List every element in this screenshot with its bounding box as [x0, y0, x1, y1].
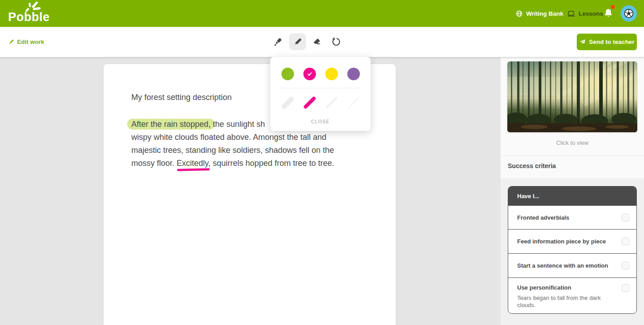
laptop-icon [567, 9, 575, 18]
sidebar-divider [501, 155, 644, 156]
green-highlight-annotation: After the rain stopped, [127, 119, 215, 130]
checklist-checkbox[interactable] [622, 238, 629, 245]
sidebar: Click to view Success criteria Have I...… [501, 57, 644, 325]
highlighter-tool-button[interactable] [270, 33, 287, 50]
popover-close-button[interactable]: CLOSE [270, 119, 371, 124]
checklist-row: Start a sentence with an emotion [508, 253, 636, 277]
color-swatch-magenta-selected[interactable] [303, 68, 316, 80]
nav-writing-bank-label: Writing Bank [526, 10, 563, 17]
checklist-item-label: Feed information piece by piece [517, 238, 622, 245]
notifications-button[interactable] [603, 8, 615, 20]
soccer-ball-icon [623, 8, 634, 19]
check-icon [307, 71, 313, 77]
pen-tool-button[interactable] [289, 33, 306, 50]
checklist-header: Have I... [508, 186, 636, 205]
success-criteria-panel: Have I... Fronted adverbials Feed inform… [501, 178, 644, 325]
color-swatch-row [270, 68, 371, 80]
work-line: mossy floor. Excitedly, squirrels hopped… [131, 157, 334, 170]
stroke-width-option-4[interactable] [346, 95, 361, 110]
checklist-row: Feed information piece by piece [508, 229, 636, 253]
tool-group [270, 33, 345, 50]
paper-plane-icon [579, 39, 586, 45]
edit-work-label: Edit work [17, 39, 44, 45]
pen-underline-annotation: Excitedly, [177, 159, 211, 168]
checklist-checkbox[interactable] [622, 214, 629, 221]
send-to-teacher-label: Send to teacher [589, 39, 634, 45]
pen-options-popover: CLOSE [270, 57, 371, 131]
checklist-row: Use personification Tears began to fall … [508, 277, 636, 314]
pen-icon [293, 37, 303, 47]
eraser-tool-button[interactable] [308, 33, 325, 50]
edit-work-link[interactable]: Edit work [9, 27, 44, 57]
stroke-width-row [270, 95, 371, 110]
success-criteria-card: Have I... Fronted adverbials Feed inform… [508, 186, 637, 314]
globe-icon [515, 10, 523, 17]
eraser-icon [312, 37, 322, 47]
color-swatch-yellow[interactable] [325, 68, 338, 80]
forest-photo[interactable] [507, 61, 637, 132]
nav-lessons-label: Lessons [579, 10, 603, 17]
app-root: Pobble Writing Bank Lessons [0, 0, 644, 325]
bell-icon [603, 8, 615, 19]
success-criteria-heading: Success criteria [508, 162, 556, 169]
annotation-toolbar: Edit work [0, 27, 644, 57]
nav-writing-bank[interactable]: Writing Bank [515, 0, 563, 27]
checklist-checkbox[interactable] [622, 262, 629, 269]
pobble-logo-text: Pobble [8, 10, 50, 24]
stroke-width-option-3[interactable] [324, 95, 339, 110]
work-line: wispy white clouds floated above. Amongs… [131, 131, 334, 144]
app-header: Pobble Writing Bank Lessons [0, 0, 644, 27]
notification-dot [611, 5, 615, 9]
checklist-item-label: Use personification [517, 284, 622, 291]
checklist-checkbox[interactable] [622, 284, 629, 292]
work-line: majestic trees, standing like soldiers, … [131, 144, 334, 157]
highlighter-icon [273, 37, 283, 47]
nav-lessons[interactable]: Lessons [567, 0, 603, 27]
avatar[interactable] [621, 5, 637, 22]
undo-icon [331, 37, 341, 47]
send-to-teacher-button[interactable]: Send to teacher [577, 34, 637, 50]
stroke-width-option-2-selected[interactable] [302, 95, 317, 110]
checklist-item-note: Tears began to fall from the dark clouds… [517, 295, 609, 309]
checklist-item-label: Fronted adverbials [517, 214, 622, 221]
stroke-width-option-1[interactable] [280, 95, 295, 110]
checklist-row: Fronted adverbials [508, 205, 636, 229]
color-swatch-purple[interactable] [347, 68, 360, 80]
pencil-small-icon [9, 39, 14, 45]
checklist-item-label: Start a sentence with an emotion [517, 262, 622, 269]
color-swatch-green[interactable] [281, 68, 294, 80]
work-title: My forest setting description [131, 93, 232, 102]
popover-divider [278, 88, 363, 88]
click-to-view-label: Click to view [501, 139, 644, 146]
undo-tool-button[interactable] [328, 33, 345, 50]
